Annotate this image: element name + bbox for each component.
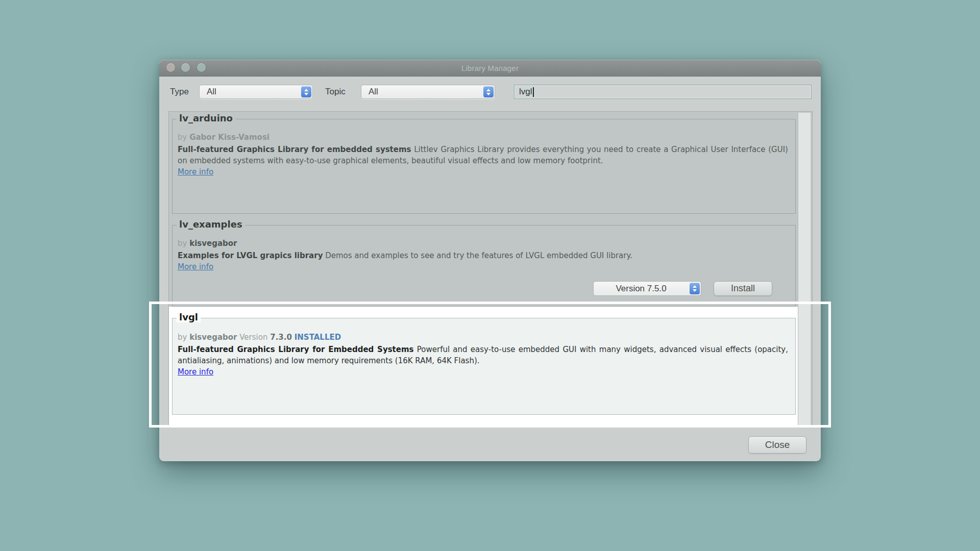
library-details: by kisvegabor Examples for LVGL grapics … [173,226,795,272]
install-button-label: Install [731,283,755,294]
more-info-link[interactable]: More info [178,167,213,177]
by-label: by [178,133,187,142]
scrollbar[interactable] [798,113,811,426]
type-select[interactable]: All [199,85,313,99]
type-select-value: All [207,85,216,98]
topic-label: Topic [325,85,346,99]
close-button[interactable]: Close [748,436,806,454]
install-button[interactable]: Install [714,281,772,296]
library-panel-selected: lvgl by kisvegabor Version 7.3.0 INSTALL… [172,318,796,415]
library-description: Full-featured Graphics Library for Embed… [178,344,788,366]
search-input[interactable]: lvgl [514,85,812,99]
titlebar[interactable]: Library Manager [159,60,821,77]
library-sentence-title: Examples for LVGL grapics library [178,251,323,260]
version-select-value: Version 7.5.0 [594,282,689,295]
library-row-lvgl[interactable]: lvgl by kisvegabor Version 7.3.0 INSTALL… [169,307,798,428]
chevron-up-down-icon [301,86,311,97]
library-author: kisvegabor [189,333,237,342]
library-author: kisvegabor [189,239,237,248]
desktop: { "window": { "title": "Library Manager"… [0,0,980,551]
search-input-value: lvgl [519,87,532,97]
version-number: 7.3.0 [270,333,292,342]
library-description-text: Demos and examples to see and try the fe… [325,251,632,260]
library-name: lvgl [177,312,201,322]
text-caret [533,87,534,97]
library-name: lv_examples [177,219,245,230]
library-row-lv-examples[interactable]: lv_examples by kisvegabor Examples for L… [169,219,798,307]
close-button-label: Close [765,439,790,450]
library-row-lv-arduino[interactable]: lv_arduino by Gabor Kiss-Vamosi Full-fea… [169,112,798,219]
library-list: lv_arduino by Gabor Kiss-Vamosi Full-fea… [168,111,813,428]
more-info-link[interactable]: More info [178,262,213,271]
library-author: Gabor Kiss-Vamosi [189,133,270,142]
by-label: by [178,239,187,248]
library-details: by Gabor Kiss-Vamosi Full-featured Graph… [173,119,795,178]
topic-select-value: All [369,85,378,98]
library-description: Full-featured Graphics Library for embed… [178,144,788,166]
more-info-link[interactable]: More info [178,367,213,377]
library-description: Examples for LVGL grapics library Demos … [178,250,788,261]
library-panel: lv_examples by kisvegabor Examples for L… [172,225,796,307]
library-name: lv_arduino [177,113,235,123]
by-label: by [178,333,187,342]
version-select[interactable]: Version 7.5.0 [593,281,701,296]
chevron-up-down-icon [483,86,494,97]
library-byline: by kisvegabor [178,238,788,249]
chevron-up-down-icon [690,283,700,294]
version-word: Version [239,333,267,342]
library-details: by kisvegabor Version 7.3.0 INSTALLED Fu… [173,318,795,378]
type-label: Type [170,85,189,99]
library-byline: by Gabor Kiss-Vamosi [178,132,788,143]
library-panel: lv_arduino by Gabor Kiss-Vamosi Full-fea… [172,119,796,214]
library-byline: by kisvegabor Version 7.3.0 INSTALLED [178,332,788,343]
installed-badge: INSTALLED [295,333,341,342]
library-sentence-title: Full-featured Graphics Library for Embed… [178,345,414,354]
topic-select[interactable]: All [361,85,495,99]
library-sentence-title: Full-featured Graphics Library for embed… [178,145,411,154]
window-title: Library Manager [159,60,821,76]
library-manager-dialog: Library Manager Type All Topic All lvgl … [159,60,821,461]
